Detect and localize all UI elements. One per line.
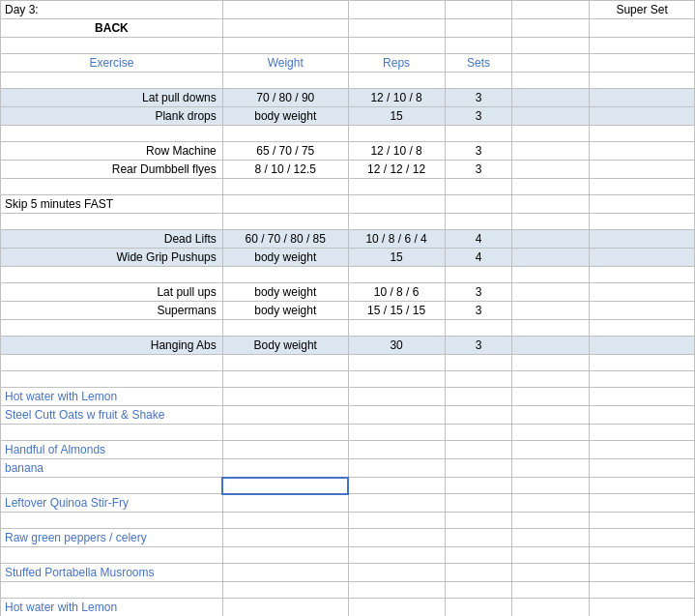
empty-row	[1, 371, 695, 388]
food-item: Hot water with Lemon	[1, 599, 223, 617]
empty-row	[1, 425, 695, 441]
day-label: Day 3:	[1, 1, 223, 19]
exercise-name: Plank drops	[1, 107, 223, 126]
exercise-name: Supermans	[1, 302, 223, 320]
food-row: Steel Cutt Oats w fruit & Shake	[1, 406, 695, 425]
table-row: Supermans body weight 15 / 15 / 15 3	[1, 302, 695, 320]
empty-row	[1, 126, 695, 142]
exercise-name: Lat pull downs	[1, 89, 223, 107]
food-item: Handful of Almonds	[1, 441, 223, 459]
food-item: Leftover Quinoa Stir-Fry	[1, 494, 223, 513]
empty-row	[1, 38, 695, 54]
day-row: Day 3: Super Set	[1, 1, 695, 19]
food-row: Hot water with Lemon	[1, 388, 695, 406]
exercise-name: Rear Dumbbell flyes	[1, 161, 223, 179]
sets-header: Sets	[445, 54, 512, 73]
empty-row	[1, 513, 695, 529]
empty-row	[1, 267, 695, 283]
table-row: Dead Lifts 60 / 70 / 80 / 85 10 / 8 / 6 …	[1, 230, 695, 249]
column-headers: Exercise Weight Reps Sets	[1, 54, 695, 73]
food-row: banana	[1, 459, 695, 478]
empty-row	[1, 582, 695, 599]
food-row: Leftover Quinoa Stir-Fry	[1, 494, 695, 513]
food-item: Hot water with Lemon	[1, 388, 223, 406]
table-row: Hanging Abs Body weight 30 3	[1, 337, 695, 355]
exercise-name: Hanging Abs	[1, 337, 223, 355]
exercise-name: Dead Lifts	[1, 230, 223, 249]
empty-row	[1, 355, 695, 371]
table-row: Lat pull downs 70 / 80 / 90 12 / 10 / 8 …	[1, 89, 695, 107]
table-row: Row Machine 65 / 70 / 75 12 / 10 / 8 3	[1, 142, 695, 161]
exercise-name: Lat pull ups	[1, 283, 223, 302]
back-label: BACK	[1, 19, 223, 38]
back-row: BACK	[1, 19, 695, 38]
food-row: Handful of Almonds	[1, 441, 695, 459]
empty-row	[1, 179, 695, 195]
empty-row	[1, 547, 695, 564]
exercise-name: Row Machine	[1, 142, 223, 161]
food-item: banana	[1, 459, 223, 478]
empty-row	[1, 73, 695, 89]
exercise-name: Wide Grip Pushups	[1, 249, 223, 267]
spreadsheet: Day 3: Super Set BACK Exercise Weight Re…	[0, 0, 695, 616]
table-row: Wide Grip Pushups body weight 15 4	[1, 249, 695, 267]
exercise-header: Exercise	[1, 54, 223, 73]
reps-header: Reps	[348, 54, 445, 73]
skip-row: Skip 5 minutes FAST	[1, 195, 695, 214]
selected-cell[interactable]	[222, 478, 348, 494]
table-row: Lat pull ups body weight 10 / 8 / 6 3	[1, 283, 695, 302]
weight-header: Weight	[222, 54, 348, 73]
empty-row	[1, 214, 695, 230]
food-row: Raw green peppers / celery	[1, 529, 695, 547]
food-item: Steel Cutt Oats w fruit & Shake	[1, 406, 223, 425]
skip-text: Skip 5 minutes FAST	[1, 195, 223, 214]
table-row: Plank drops body weight 15 3	[1, 107, 695, 126]
food-row: Hot water with Lemon	[1, 599, 695, 617]
empty-row	[1, 478, 695, 494]
food-item: Stuffed Portabella Musrooms	[1, 564, 223, 582]
table-row: Rear Dumbbell flyes 8 / 10 / 12.5 12 / 1…	[1, 161, 695, 179]
food-row: Stuffed Portabella Musrooms	[1, 564, 695, 582]
superset-label: Super Set	[590, 1, 695, 19]
empty-row	[1, 320, 695, 337]
food-item: Raw green peppers / celery	[1, 529, 223, 547]
